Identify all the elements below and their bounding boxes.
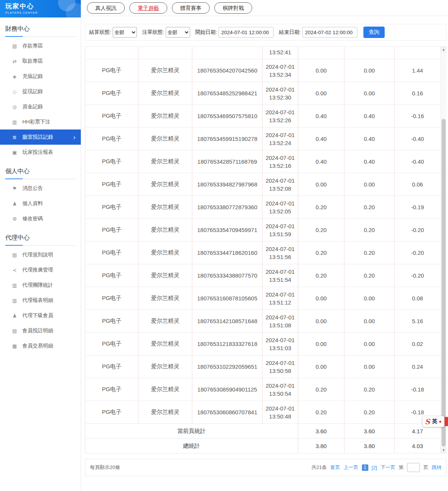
cell-valid-bet: 0.20 xyxy=(344,401,395,424)
cell-provider: PG电子 xyxy=(85,150,138,173)
cell-valid-bet: 0.40 xyxy=(344,150,395,173)
cell-datetime: 2024-07-01 13:51:08 xyxy=(263,310,298,333)
bet-table-row: PG电子 爱尔兰精灵 1807653102292059651 2024-07-0… xyxy=(85,355,441,378)
cell-provider: PG电子 xyxy=(85,264,138,287)
bet-table-row: PG电子 爱尔兰精灵 1807653428571168769 2024-07-0… xyxy=(85,150,441,173)
sidebar-item-fund-records[interactable]: ◎資金記錄 xyxy=(0,99,81,114)
cell-date: 2024-07-01 xyxy=(265,382,296,390)
bet-table: 13:52:41 PG电子 爱尔兰精灵 1807653504207042560 … xyxy=(85,47,441,453)
cell-datetime: 2024-07-01 13:52:34 xyxy=(263,59,298,82)
sidebar-item-recharge-records[interactable]: ◈充值記錄 xyxy=(0,69,81,84)
bet-table-row: PG电子 爱尔兰精灵 1807653394827987968 2024-07-0… xyxy=(85,173,441,196)
brand-header: 玩家中心 PLAYERS CENTER xyxy=(0,0,81,17)
sidebar-item-withdraw-zone[interactable]: ⇄取款專區 xyxy=(0,54,81,69)
sidebar-item-hh-lottery-bet[interactable]: ▥HH彩票下注 xyxy=(0,114,81,129)
tab-live-casino[interactable]: 真人視訊 xyxy=(87,2,125,14)
scroll-up-arrow-icon[interactable]: ▲ xyxy=(441,47,446,53)
sidebar-item-room-bet-records[interactable]: ≣廳室投註記錄› xyxy=(0,129,81,145)
bet-table-row: PG电子 爱尔兰精灵 1807653354709459971 2024-07-0… xyxy=(85,219,441,242)
end-date-input[interactable] xyxy=(302,27,357,38)
cashout-icon: ◇ xyxy=(11,89,18,95)
cell-valid-bet xyxy=(344,47,395,59)
cell-datetime: 2024-07-01 13:52:08 xyxy=(263,173,298,196)
vertical-scrollbar[interactable]: ▲ ▼ xyxy=(440,47,446,453)
cell-provider: PG电子 xyxy=(85,173,138,196)
cell-time: 13:52:41 xyxy=(265,48,296,56)
cell-date: 2024-07-01 xyxy=(265,336,296,344)
sidebar-item-member-transaction-detail[interactable]: ▦會員交易明細 xyxy=(0,338,81,354)
cell-provider: PG电子 xyxy=(85,401,138,424)
scroll-down-arrow-icon[interactable]: ▼ xyxy=(441,447,446,453)
sidebar-item-label: 充值記錄 xyxy=(22,73,43,80)
ime-language-label: 英 xyxy=(432,418,437,425)
cell-order-number: 1807653354709459971 xyxy=(192,219,263,242)
cell-provider: PG电子 xyxy=(85,128,138,150)
cell-datetime: 2024-07-01 13:52:30 xyxy=(263,82,298,105)
sidebar-item-agent-report-detail[interactable]: ▥代理報表明細 xyxy=(0,293,81,308)
settle-status-select[interactable]: 全部 xyxy=(113,27,137,38)
cell-time: 13:50:48 xyxy=(265,412,296,420)
cell-order-number: 1807653344718620160 xyxy=(192,242,263,264)
first-page-link[interactable]: 首页 xyxy=(330,464,340,471)
current-page-indicator[interactable]: 1 xyxy=(362,464,368,471)
cell-game-name: 爱尔兰精灵 xyxy=(138,333,192,355)
sidebar-item-profile[interactable]: ♟個人資料 xyxy=(0,196,81,211)
sidebar-item-agent-team-stats[interactable]: ▥代理團隊統計 xyxy=(0,278,81,293)
cell-bet-amount: 0.20 xyxy=(298,242,344,264)
cell-order-number: 1807653485252988421 xyxy=(192,82,263,105)
cell-bet-amount: 0.40 xyxy=(298,128,344,150)
cell-winloss xyxy=(395,47,441,59)
jump-suffix-label: 页 xyxy=(423,464,428,471)
bet-table-row: PG电子 爱尔兰精灵 1807653504207042560 2024-07-0… xyxy=(85,59,441,82)
bell-icon: ⚑ xyxy=(11,186,18,191)
sidebar-item-member-bet-detail[interactable]: ▤會員投註明細 xyxy=(0,323,81,338)
cell-bet-amount: 0.00 xyxy=(298,310,344,333)
cell-provider: PG电子 xyxy=(85,219,138,242)
deposit-card-icon: ▤ xyxy=(11,43,18,49)
sidebar-item-agent-rules[interactable]: ▤代理規則說明 xyxy=(0,247,81,262)
sidebar-item-agent-promotion[interactable]: ≺代理推廣管理 xyxy=(0,262,81,278)
cell-provider: PG电子 xyxy=(85,242,138,264)
cell-bet-amount: 0.40 xyxy=(298,150,344,173)
cell-bet-amount: 0.00 xyxy=(298,333,344,355)
order-status-select[interactable]: 全部 xyxy=(166,27,190,38)
jump-page-input[interactable] xyxy=(407,463,420,472)
prev-page-link[interactable]: 上一页 xyxy=(344,464,358,471)
cell-order-number: 1807653394827987968 xyxy=(192,173,263,196)
cell-bet-amount: 0.20 xyxy=(298,219,344,242)
tab-board-card[interactable]: 棋牌對戰 xyxy=(214,2,252,14)
page-2-link[interactable]: [2] xyxy=(372,465,377,470)
scrollbar-thumb[interactable] xyxy=(442,119,446,447)
document-icon: ▤ xyxy=(11,252,18,258)
cell-date: 2024-07-01 xyxy=(265,290,296,298)
cell-datetime: 2024-07-01 13:51:56 xyxy=(263,242,298,264)
cell-game-name: 爱尔兰精灵 xyxy=(138,242,192,264)
sidebar-item-announcements[interactable]: ⚑消息公告 xyxy=(0,181,81,196)
next-page-link[interactable]: 下一页 xyxy=(380,464,395,471)
jump-button[interactable]: 跳转 xyxy=(432,464,442,471)
cell-provider: PG电子 xyxy=(85,287,138,310)
cell-date: 2024-07-01 xyxy=(265,313,296,321)
cell-date: 2024-07-01 xyxy=(265,177,296,185)
cell-bet-amount: 0.00 xyxy=(298,59,344,82)
cell-provider: PG电子 xyxy=(85,105,138,128)
sidebar-item-change-password[interactable]: ⚙修改密碼 xyxy=(0,211,81,226)
start-date-input[interactable] xyxy=(218,27,274,38)
sidebar-item-cashout-records[interactable]: ◇提現記錄 xyxy=(0,84,81,99)
sidebar-item-agent-sub-members[interactable]: ♟代理下級會員 xyxy=(0,308,81,323)
sidebar-item-label: 個人資料 xyxy=(22,200,43,207)
tab-electronic-games[interactable]: 電子遊藝 xyxy=(129,2,167,14)
cell-time: 13:52:16 xyxy=(265,162,296,170)
search-button[interactable]: 查詢 xyxy=(363,27,385,38)
sidebar-item-player-bet-report[interactable]: ▣玩家投注報表 xyxy=(0,145,81,160)
sidebar-item-deposit-zone[interactable]: ▤存款專區 xyxy=(0,38,81,54)
cell-game-name: 爱尔兰精灵 xyxy=(138,401,192,424)
cell-datetime: 2024-07-01 13:51:03 xyxy=(263,333,298,355)
cell-valid-bet: 0.00 xyxy=(344,59,395,82)
cell-game-name xyxy=(138,47,192,59)
cell-winloss: 0.06 xyxy=(395,173,441,196)
bet-table-row: PG电子 爱尔兰精灵 1807653459915190278 2024-07-0… xyxy=(85,128,441,150)
cell-date: 2024-07-01 xyxy=(265,359,296,367)
tab-sports[interactable]: 體育賽事 xyxy=(172,2,210,14)
cell-game-name: 爱尔兰精灵 xyxy=(138,219,192,242)
